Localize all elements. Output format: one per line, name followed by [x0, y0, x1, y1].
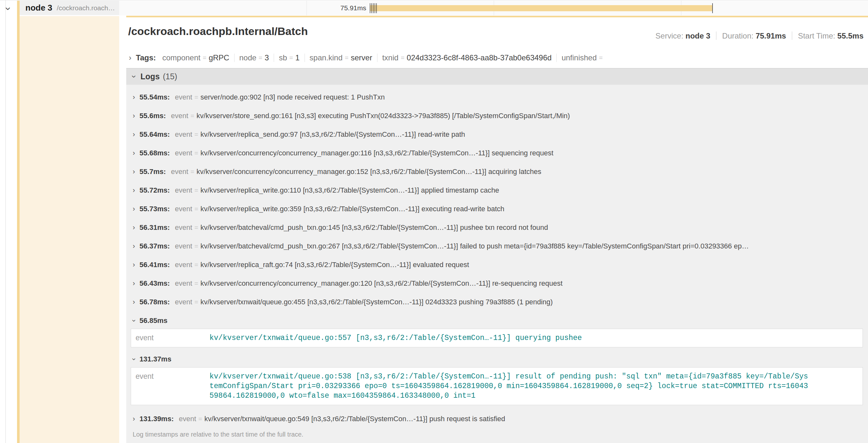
span-duration-label: 75.91ms: [299, 1, 366, 15]
log-field-key: event: [131, 368, 210, 405]
tags-label: Tags:: [136, 53, 156, 62]
chevron-right-icon: ›: [133, 261, 135, 268]
collapse-children-icon[interactable]: ›: [3, 7, 14, 10]
tag-key: span.kind: [310, 53, 343, 62]
tags-section-toggle[interactable]: › Tags: component=gRPC node=3 sb=1 span.…: [129, 51, 868, 65]
log-entry[interactable]: ›56.43ms:event=kv/kvserver/concurrency/c…: [131, 274, 864, 293]
tag-divider: [305, 54, 305, 62]
equals-sign: =: [258, 54, 262, 62]
span-name-cell[interactable]: node 3 /cockroach.roach…: [17, 1, 120, 15]
log-field-key: event: [175, 205, 192, 213]
tag-key: sb: [279, 53, 287, 62]
log-fields-table: event kv/kvserver/txnwait/queue.go:538 […: [131, 367, 863, 405]
tag-value: gRPC: [209, 53, 229, 62]
timeline: 75.91ms: [119, 1, 868, 15]
chevron-right-icon: ›: [133, 131, 135, 138]
tag-key: node: [239, 53, 256, 62]
equals-sign: =: [194, 94, 198, 101]
log-field-key: event: [171, 168, 188, 176]
span-detail-panel: /cockroach.roachpb.Internal/Batch Servic…: [126, 16, 868, 441]
chevron-down-icon: ›: [131, 319, 137, 322]
tag-value: 024d3323-6c8f-4863-aa8b-37ab0e63496d: [407, 53, 552, 62]
log-timestamp: 56.78ms:: [140, 298, 169, 306]
detail-header: /cockroach.roachpb.Internal/Batch Servic…: [126, 17, 868, 49]
log-entry[interactable]: ›55.73ms:event=kv/kvserver/replica_write…: [131, 200, 864, 218]
log-entry[interactable]: ›55.6ms:event=kv/kvserver/store_send.go:…: [131, 107, 864, 125]
tag-divider: [556, 54, 557, 62]
log-field-value: server/node.go:902 [n3] node received re…: [200, 93, 864, 101]
tag-key: component: [162, 53, 200, 62]
log-field-key: event: [179, 415, 196, 423]
log-timestamp: 56.85ms: [140, 316, 167, 325]
log-timestamp: 55.64ms:: [140, 130, 169, 139]
trace-detail-screen: › node 3 /cockroach.roach… 75.91ms /cock…: [0, 0, 868, 443]
log-timestamp: 131.37ms: [140, 355, 171, 364]
equals-sign: =: [194, 149, 198, 157]
tag-value: 3: [265, 53, 269, 62]
tag-key: txnid: [382, 53, 399, 62]
chevron-right-icon: ›: [133, 149, 135, 157]
equals-sign: =: [194, 205, 198, 213]
chevron-right-icon: ›: [133, 415, 135, 422]
logs-footer-note: Log timestamps are relative to the start…: [133, 431, 864, 438]
log-fields-table: event kv/kvserver/txnwait/queue.go:557 […: [131, 329, 863, 347]
equals-sign: =: [194, 243, 198, 250]
log-field-key: event: [175, 149, 192, 157]
log-field-value: kv/kvserver/txnwait/queue.go:549 [n3,s3,…: [204, 415, 864, 423]
log-ticks-start: [370, 3, 377, 13]
log-entry[interactable]: ›55.7ms:event=kv/kvserver/concurrency/co…: [131, 163, 864, 181]
log-timestamp: 131.39ms:: [140, 415, 174, 423]
log-field-value: kv/kvserver/txnwait/queue.go:455 [n3,s3,…: [200, 298, 864, 306]
service-value: node 3: [685, 31, 710, 40]
span-row[interactable]: › node 3 /cockroach.roach… 75.91ms: [0, 1, 868, 16]
log-field-key: event: [175, 186, 192, 195]
chevron-right-icon: ›: [133, 205, 135, 212]
meta-divider: [716, 31, 716, 40]
equals-sign: =: [203, 54, 207, 62]
tag-value: server: [351, 53, 372, 62]
log-entry[interactable]: ›56.78ms:event=kv/kvserver/txnwait/queue…: [131, 293, 864, 311]
chevron-right-icon: ›: [133, 224, 135, 231]
span-service-name: node 3: [25, 3, 52, 13]
logs-header-toggle[interactable]: › Logs (15): [126, 68, 868, 85]
log-timestamp: 55.54ms:: [140, 93, 169, 101]
log-entry[interactable]: ›131.39ms:event=kv/kvserver/txnwait/queu…: [131, 410, 864, 428]
equals-sign: =: [194, 131, 198, 138]
span-meta: Service: node 3Duration: 75.91msStart Ti…: [655, 31, 864, 40]
log-field-value: kv/kvserver/batcheval/cmd_push_txn.go:26…: [200, 242, 864, 250]
log-entry[interactable]: ›55.68ms:event=kv/kvserver/concurrency/c…: [131, 144, 864, 163]
log-entry[interactable]: ›55.72ms:event=kv/kvserver/replica_write…: [131, 181, 864, 200]
start-time-value: 55.5ms: [837, 31, 864, 40]
log-timestamp: 56.37ms:: [140, 242, 169, 250]
span-bar[interactable]: [370, 5, 713, 11]
log-entry-expanded[interactable]: ›56.85ms: [131, 313, 864, 328]
equals-sign: =: [345, 54, 348, 62]
log-entry-expanded[interactable]: ›131.37ms: [131, 352, 864, 367]
equals-sign: =: [289, 54, 293, 62]
log-field-value: kv/kvserver/txnwait/queue.go:557 [n3,s3,…: [210, 329, 863, 347]
tag-divider: [234, 54, 235, 62]
log-entry[interactable]: ›55.54ms:event=server/node.go:902 [n3] n…: [131, 88, 864, 107]
log-field-key: event: [175, 279, 192, 287]
logs-list: ›55.54ms:event=server/node.go:902 [n3] n…: [126, 85, 868, 441]
chevron-down-icon: ›: [131, 358, 137, 360]
start-time-label: Start Time:: [798, 31, 835, 40]
log-field-key: event: [175, 130, 192, 139]
equals-sign: =: [190, 112, 194, 120]
chevron-down-icon: ›: [130, 75, 138, 78]
log-field-value: kv/kvserver/replica_raft.go:74 [n3,s3,r6…: [200, 261, 864, 269]
chevron-right-icon: ›: [133, 187, 135, 194]
log-timestamp: 56.31ms:: [140, 224, 169, 232]
log-entry[interactable]: ›56.37ms:event=kv/kvserver/batcheval/cmd…: [131, 237, 864, 255]
log-entry[interactable]: ›56.31ms:event=kv/kvserver/batcheval/cmd…: [131, 218, 864, 237]
equals-sign: =: [190, 168, 194, 176]
tag-key: unfinished: [561, 53, 596, 62]
log-timestamp: 55.72ms:: [140, 186, 169, 195]
log-entry[interactable]: ›56.41ms:event=kv/kvserver/replica_raft.…: [131, 255, 864, 274]
log-entry[interactable]: ›55.64ms:event=kv/kvserver/replica_send.…: [131, 125, 864, 144]
equals-sign: =: [599, 54, 603, 62]
log-field-key: event: [131, 329, 210, 347]
tag-value: 1: [295, 53, 300, 62]
chevron-right-icon: ›: [133, 280, 135, 287]
left-divider: [5, 0, 6, 443]
